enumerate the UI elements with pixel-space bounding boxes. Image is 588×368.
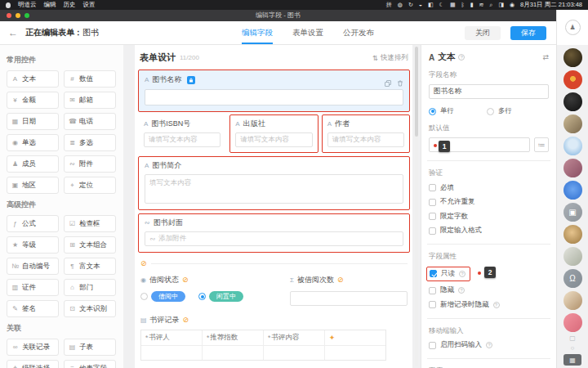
field-input[interactable]: [145, 89, 403, 105]
menu-edit[interactable]: 编辑: [44, 0, 56, 10]
spotlight-icon[interactable]: ⌕: [489, 0, 492, 10]
copy-field-icon[interactable]: [385, 75, 391, 90]
scrollbar-thumb[interactable]: [415, 47, 418, 137]
sync-icon[interactable]: ↻: [408, 0, 413, 10]
quick-arrange-button[interactable]: ⇅ 快速排列: [372, 53, 408, 63]
checkbox-checked[interactable]: [430, 270, 437, 277]
control-center-icon[interactable]: ◨: [498, 0, 504, 10]
sidebar-item-amount[interactable]: ¥ 金额: [7, 92, 59, 109]
dock-avatar-4[interactable]: [564, 114, 582, 133]
sidebar-item-number[interactable]: # 数值: [64, 70, 116, 88]
minimize-light[interactable]: [16, 13, 20, 18]
sidebar-item-multiselect[interactable]: ≣ 多选: [64, 134, 116, 151]
dock-bell-button[interactable]: Ω: [564, 269, 582, 288]
tab-edit-fields[interactable]: 编辑字段: [242, 21, 273, 44]
field-textarea[interactable]: 填写文本内容: [145, 174, 403, 204]
siri-icon[interactable]: ◉: [510, 0, 514, 10]
checkbox-unchecked[interactable]: [429, 199, 436, 206]
dock-avatar-10[interactable]: [564, 247, 582, 266]
checkbox-hidden-on-new[interactable]: 新增记录时隐藏 ?: [429, 300, 549, 310]
dock-briefcase-button[interactable]: ▣: [564, 203, 582, 222]
field-input[interactable]: 请填写文本内容: [235, 132, 312, 147]
sidebar-item-location[interactable]: ⌖ 定位: [64, 177, 116, 194]
sidebar-item-radio[interactable]: ◉ 单选: [7, 134, 59, 151]
menubar-clock[interactable]: 8月31日 周二 21:03:48: [520, 1, 582, 9]
checkbox-no-duplicate[interactable]: 不允许重复: [429, 197, 549, 207]
dock-screen-button[interactable]: ▦: [564, 354, 581, 366]
sidebar-item-email[interactable]: ✉ 邮箱: [64, 92, 116, 109]
sidebar-item-rich-text[interactable]: ¶ 富文本: [64, 258, 116, 275]
close-button[interactable]: 关闭: [465, 26, 501, 40]
sidebar-item-rating[interactable]: ★ 等级: [7, 236, 59, 254]
save-button[interactable]: 保存: [510, 26, 546, 40]
field-isbn[interactable]: A图书ISBN号 请填写文本内容: [138, 114, 226, 153]
help-icon[interactable]: ?: [486, 342, 492, 348]
field-book-name[interactable]: A 图书名称: [138, 70, 410, 112]
dock-profile-button[interactable]: ♟: [565, 20, 581, 35]
dock-avatar-5[interactable]: [564, 137, 582, 155]
checkbox-input-format[interactable]: 限定输入格式: [429, 226, 549, 236]
dock-avatar-cat[interactable]: [564, 225, 582, 244]
sidebar-item-department[interactable]: ⌂ 部门: [64, 279, 116, 296]
collapse-panel-icon[interactable]: ⇄: [542, 53, 549, 61]
checkbox-unchecked[interactable]: [429, 184, 436, 191]
close-light[interactable]: [7, 13, 11, 18]
field-publisher[interactable]: A出版社 请填写文本内容: [229, 114, 318, 153]
menu-app-name[interactable]: 明道云: [18, 0, 37, 10]
field-author[interactable]: A作者 请填写文本内容: [322, 114, 410, 153]
sidebar-item-checkbox[interactable]: ☑ 检查框: [64, 215, 116, 232]
dock-avatar-3[interactable]: [564, 92, 582, 111]
radio-selected[interactable]: [198, 293, 206, 300]
dnd-moon-icon[interactable]: ☾: [439, 0, 444, 10]
dynamic-value-button[interactable]: ≔: [534, 137, 549, 152]
checkbox-unchecked[interactable]: [429, 287, 436, 294]
radio-unselected[interactable]: [487, 108, 494, 115]
status-option-idle[interactable]: 闲置中: [198, 291, 243, 302]
sidebar-item-date[interactable]: ▦ 日期: [7, 113, 59, 130]
mic-icon[interactable]: ◍: [398, 0, 403, 10]
vpn-icon[interactable]: ◒: [419, 0, 422, 10]
apple-menu-icon[interactable]: [6, 2, 11, 8]
menu-history[interactable]: 历史: [64, 0, 76, 10]
dock-avatar-12[interactable]: [564, 291, 582, 310]
field-cover[interactable]: ∾图书封面 ∾ 添加附件: [138, 213, 410, 253]
field-input[interactable]: [290, 291, 408, 306]
dock-avatar-1[interactable]: [564, 48, 582, 67]
sidebar-item-text-combo[interactable]: ⊞ 文本组合: [64, 236, 116, 254]
back-arrow-icon[interactable]: ←: [8, 28, 18, 38]
field-name-input[interactable]: 图书名称: [429, 84, 549, 99]
wifi-icon[interactable]: ≋: [479, 0, 484, 10]
sidebar-item-relation-record[interactable]: ∞ 关联记录: [7, 339, 59, 356]
help-icon[interactable]: ?: [458, 287, 465, 294]
sidebar-item-attachment[interactable]: ∾ 附件: [64, 155, 116, 173]
field-summary[interactable]: A图书简介 填写文本内容: [138, 156, 410, 210]
battery-icon[interactable]: ▮: [470, 0, 474, 10]
help-icon[interactable]: ?: [493, 302, 500, 308]
multi-line-option[interactable]: 多行: [487, 106, 512, 116]
checkbox-scan-input[interactable]: 启用扫码输入 ?: [429, 340, 549, 350]
sidebar-item-formula[interactable]: ƒ 公式: [7, 215, 59, 232]
field-review-records[interactable]: ▤ 书评记录 ⊘ *书评人 *推荐指数 *书评内容 ✦: [138, 315, 410, 361]
add-attachment-area[interactable]: ∾ 添加附件: [145, 231, 403, 246]
single-line-option[interactable]: 单行: [429, 106, 454, 116]
sidebar-item-sub-table[interactable]: ▤ 子表: [64, 339, 116, 356]
dock-avatar-6[interactable]: [564, 159, 582, 177]
tab-public-publish[interactable]: 公开发布: [343, 21, 374, 44]
checkbox-required[interactable]: 必填: [429, 183, 549, 193]
canvas-scrollbar[interactable]: [415, 47, 418, 366]
dock-avatar-2[interactable]: [564, 70, 582, 89]
checkbox-hidden[interactable]: 隐藏 ?: [429, 285, 549, 295]
sidebar-item-signature[interactable]: ✎ 签名: [7, 300, 59, 317]
checkbox-unchecked[interactable]: [429, 213, 436, 220]
input-source-pinyin-icon[interactable]: 拼: [386, 0, 392, 10]
sidebar-item-text[interactable]: A 文本: [7, 70, 59, 88]
dock-avatar-7[interactable]: [564, 181, 582, 200]
sidebar-item-cascade[interactable]: ⋔ 级联选择: [7, 360, 59, 368]
sidebar-item-area[interactable]: ▣ 地区: [7, 177, 59, 194]
field-input[interactable]: 请填写文本内容: [144, 132, 220, 147]
sidebar-item-sheet-field[interactable]: ≡ 他表字段: [64, 360, 116, 368]
menu-settings[interactable]: 设置: [83, 0, 96, 10]
help-icon[interactable]: ?: [459, 271, 466, 277]
radio-selected[interactable]: [429, 108, 436, 115]
dock-avatar-13[interactable]: [564, 313, 582, 332]
